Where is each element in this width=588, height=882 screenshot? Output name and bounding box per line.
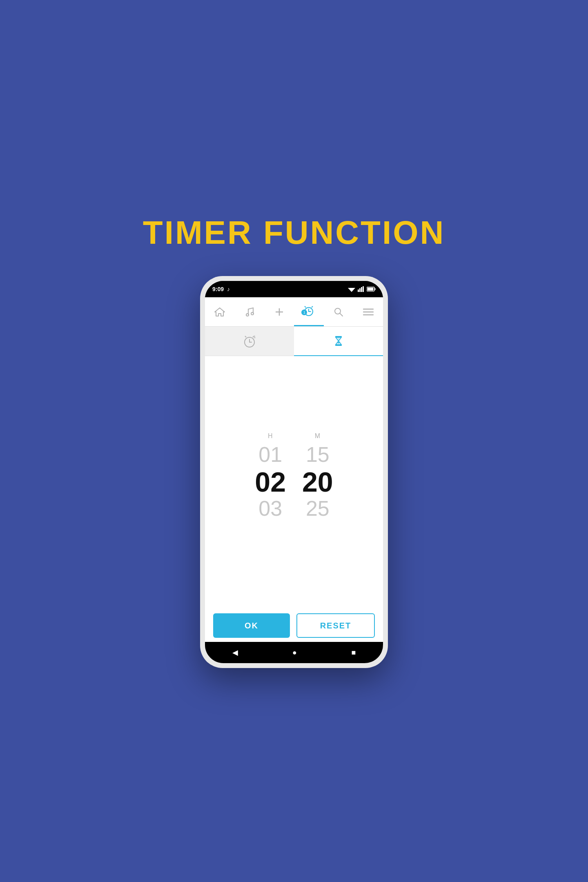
hours-value-02[interactable]: 02: [255, 467, 286, 497]
sub-tab-timer[interactable]: [294, 327, 383, 356]
svg-rect-8: [368, 288, 374, 291]
reset-button[interactable]: RESET: [296, 613, 375, 638]
svg-text:1: 1: [254, 335, 256, 339]
svg-line-27: [245, 336, 246, 337]
svg-line-18: [312, 306, 313, 307]
timer-content: H 01 02 03 M 15 20 25: [205, 356, 383, 605]
page-title: TIMER FUNCTION: [143, 214, 445, 252]
minutes-value-20[interactable]: 20: [302, 467, 333, 497]
status-bar: 9:09 ♪: [205, 281, 383, 297]
svg-point-11: [251, 312, 254, 315]
sub-tabs: 1: [205, 327, 383, 356]
nav-item-search[interactable]: [324, 297, 354, 326]
music-status-icon: ♪: [227, 286, 230, 292]
minutes-value-25[interactable]: 25: [306, 497, 330, 520]
svg-marker-9: [215, 308, 225, 316]
buttons-row: OK RESET: [205, 605, 383, 642]
minutes-picker-column[interactable]: M 15 20 25: [302, 432, 333, 520]
nav-item-alarm[interactable]: 1: [294, 297, 324, 326]
svg-rect-4: [361, 287, 362, 292]
menu-icon: [363, 308, 374, 316]
timer-subtab-icon: [331, 334, 346, 348]
sub-tab-alarm[interactable]: 1: [205, 327, 294, 356]
svg-line-20: [340, 313, 343, 316]
svg-point-10: [246, 314, 249, 316]
search-icon: [334, 307, 343, 317]
nav-item-music[interactable]: [235, 297, 265, 326]
wifi-icon: [348, 286, 355, 292]
nav-item-menu[interactable]: [353, 297, 383, 326]
add-icon: [274, 307, 284, 317]
nav-item-add[interactable]: [264, 297, 294, 326]
status-left: 9:09 ♪: [212, 286, 230, 292]
hours-value-01[interactable]: 01: [258, 443, 282, 466]
back-button[interactable]: ◀: [232, 648, 238, 657]
svg-rect-7: [375, 288, 376, 290]
time-picker: H 01 02 03 M 15 20 25: [255, 432, 333, 520]
alarm-subtab-icon: 1: [242, 334, 257, 349]
battery-icon: [367, 287, 376, 292]
svg-rect-3: [359, 288, 361, 292]
minutes-label: M: [315, 432, 321, 440]
phone-frame: 9:09 ♪: [200, 276, 388, 668]
ok-button[interactable]: OK: [213, 613, 290, 638]
hours-picker-column[interactable]: H 01 02 03: [255, 432, 286, 520]
phone-inner: 9:09 ♪: [205, 281, 383, 663]
svg-line-17: [305, 306, 306, 307]
home-button[interactable]: ●: [292, 648, 297, 657]
status-right: [348, 286, 376, 292]
svg-rect-2: [358, 290, 359, 292]
signal-icon: [358, 286, 364, 292]
hours-label: H: [268, 432, 273, 440]
top-nav: 1: [205, 297, 383, 327]
nav-item-home[interactable]: [205, 297, 235, 326]
minutes-value-15[interactable]: 15: [306, 443, 330, 466]
music-icon: [245, 307, 254, 317]
bottom-nav: ◀ ● ■: [205, 642, 383, 663]
recent-button[interactable]: ■: [351, 648, 356, 657]
hours-value-03[interactable]: 03: [258, 497, 282, 520]
status-time: 9:09: [212, 286, 224, 292]
svg-rect-5: [363, 286, 364, 292]
app-area: 1: [205, 297, 383, 663]
home-icon: [214, 307, 225, 317]
